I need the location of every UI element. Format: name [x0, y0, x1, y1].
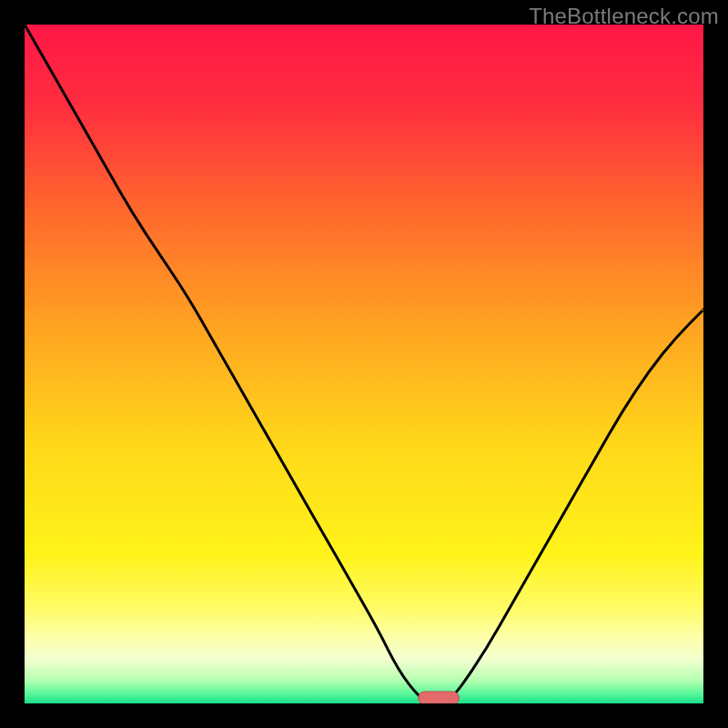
optimal-marker [419, 692, 460, 703]
chart-frame: TheBottleneck.com [0, 0, 728, 728]
gradient-background [25, 25, 703, 703]
plot-area [25, 25, 703, 703]
bottleneck-chart [25, 25, 703, 703]
